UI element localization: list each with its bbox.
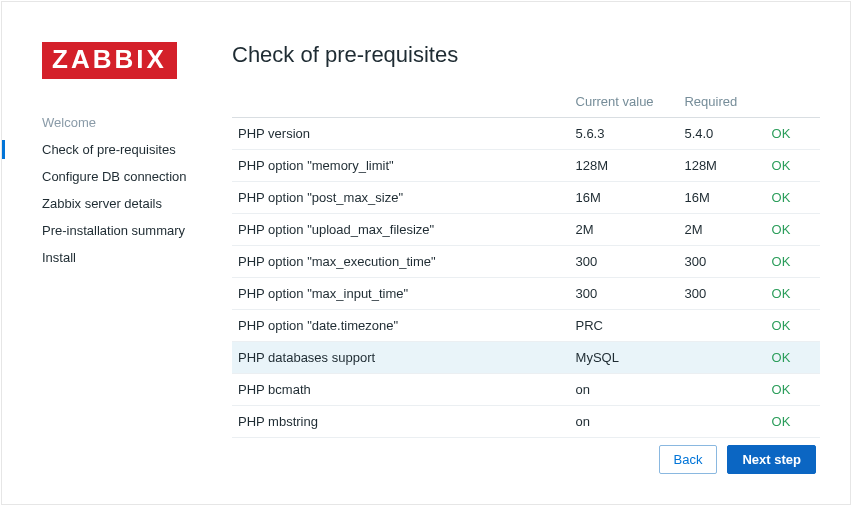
nav-step-3[interactable]: Zabbix server details [42, 190, 212, 217]
table-row: PHP option "max_execution_time"300300OK [232, 246, 820, 278]
requirements-scroll[interactable]: Current value Required PHP version5.6.35… [232, 86, 820, 442]
cell-status: OK [766, 310, 820, 342]
cell-required: 300 [678, 278, 765, 310]
cell-current: off [570, 438, 679, 443]
table-row: PHP option "upload_max_filesize"2M2MOK [232, 214, 820, 246]
footer-buttons: Back Next step [659, 445, 816, 474]
installer-frame: ZABBIX WelcomeCheck of pre-requisitesCon… [1, 1, 851, 505]
cell-status: OK [766, 214, 820, 246]
back-button[interactable]: Back [659, 445, 718, 474]
cell-name: PHP option "max_input_time" [232, 278, 570, 310]
cell-required [678, 406, 765, 438]
table-row: PHP option "max_input_time"300300OK [232, 278, 820, 310]
header-required: Required [678, 86, 765, 118]
table-row: PHP option "memory_limit"128M128MOK [232, 150, 820, 182]
logo: ZABBIX [42, 42, 177, 79]
cell-name: PHP bcmath [232, 374, 570, 406]
header-current: Current value [570, 86, 679, 118]
cell-required: off [678, 438, 765, 443]
nav-steps: WelcomeCheck of pre-requisitesConfigure … [42, 109, 212, 271]
nav-step-2[interactable]: Configure DB connection [42, 163, 212, 190]
header-status [766, 86, 820, 118]
cell-name: PHP version [232, 118, 570, 150]
cell-status: OK [766, 278, 820, 310]
cell-required [678, 374, 765, 406]
cell-current: 300 [570, 278, 679, 310]
cell-status: OK [766, 342, 820, 374]
table-row: PHP bcmathonOK [232, 374, 820, 406]
cell-current: MySQL [570, 342, 679, 374]
cell-name: PHP option "post_max_size" [232, 182, 570, 214]
cell-current: PRC [570, 310, 679, 342]
cell-current: 128M [570, 150, 679, 182]
nav-step-5[interactable]: Install [42, 244, 212, 271]
cell-name: PHP option "date.timezone" [232, 310, 570, 342]
cell-current: 16M [570, 182, 679, 214]
sidebar: ZABBIX WelcomeCheck of pre-requisitesCon… [2, 42, 232, 442]
cell-name: PHP option "memory_limit" [232, 150, 570, 182]
nav-step-4[interactable]: Pre-installation summary [42, 217, 212, 244]
cell-status: OK [766, 438, 820, 443]
cell-required: 300 [678, 246, 765, 278]
cell-status: OK [766, 374, 820, 406]
table-row: PHP option "post_max_size"16M16MOK [232, 182, 820, 214]
main-panel: Check of pre-requisites Current value Re… [232, 42, 820, 442]
cell-required [678, 342, 765, 374]
cell-name: PHP option "max_execution_time" [232, 246, 570, 278]
cell-name: PHP option "mbstring.func_overload" [232, 438, 570, 443]
cell-status: OK [766, 182, 820, 214]
cell-current: on [570, 374, 679, 406]
table-row: PHP option "mbstring.func_overload"offof… [232, 438, 820, 443]
next-step-button[interactable]: Next step [727, 445, 816, 474]
cell-required [678, 310, 765, 342]
nav-step-0[interactable]: Welcome [42, 109, 212, 136]
page-title: Check of pre-requisites [232, 42, 820, 68]
cell-required: 128M [678, 150, 765, 182]
cell-current: on [570, 406, 679, 438]
cell-current: 2M [570, 214, 679, 246]
requirements-table: Current value Required PHP version5.6.35… [232, 86, 820, 442]
cell-status: OK [766, 150, 820, 182]
header-name [232, 86, 570, 118]
cell-required: 5.4.0 [678, 118, 765, 150]
table-row: PHP option "date.timezone"PRCOK [232, 310, 820, 342]
cell-name: PHP mbstring [232, 406, 570, 438]
cell-required: 16M [678, 182, 765, 214]
nav-step-1[interactable]: Check of pre-requisites [42, 136, 212, 163]
content: ZABBIX WelcomeCheck of pre-requisitesCon… [2, 2, 850, 442]
cell-status: OK [766, 118, 820, 150]
table-row: PHP mbstringonOK [232, 406, 820, 438]
cell-current: 5.6.3 [570, 118, 679, 150]
cell-name: PHP option "upload_max_filesize" [232, 214, 570, 246]
cell-status: OK [766, 246, 820, 278]
cell-current: 300 [570, 246, 679, 278]
cell-status: OK [766, 406, 820, 438]
table-row: PHP databases supportMySQLOK [232, 342, 820, 374]
cell-name: PHP databases support [232, 342, 570, 374]
table-header-row: Current value Required [232, 86, 820, 118]
table-row: PHP version5.6.35.4.0OK [232, 118, 820, 150]
cell-required: 2M [678, 214, 765, 246]
